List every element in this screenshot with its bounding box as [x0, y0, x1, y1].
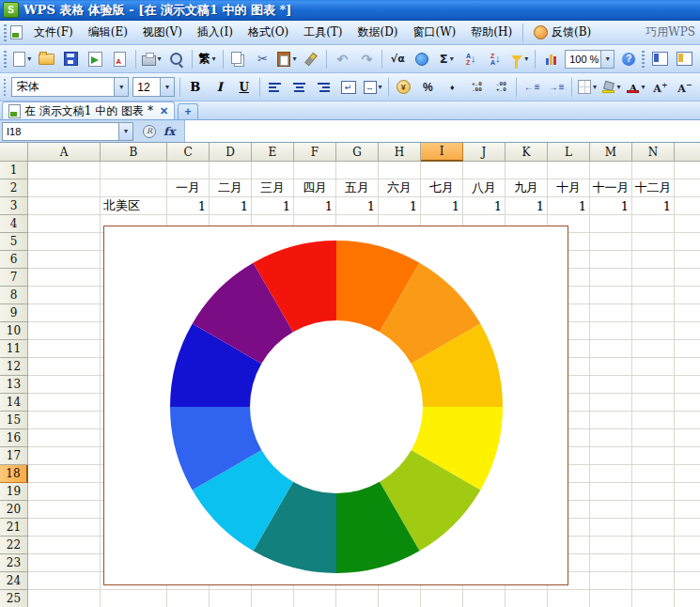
- menu-item[interactable]: 视图(V): [135, 22, 190, 43]
- cell-J25[interactable]: [463, 590, 506, 607]
- currency-style-button[interactable]: ¥: [392, 76, 414, 99]
- cell-L25[interactable]: [548, 590, 590, 607]
- cell-K25[interactable]: [506, 590, 548, 607]
- grow-font-button[interactable]: A+: [649, 76, 672, 99]
- increase-indent-button[interactable]: →≡: [545, 76, 568, 99]
- cell-A3[interactable]: [28, 197, 101, 215]
- new-tab-button[interactable]: +: [178, 103, 198, 119]
- cell-A20[interactable]: [28, 501, 101, 519]
- comma-style-button[interactable]: ♦: [441, 76, 463, 99]
- cell-I1[interactable]: [421, 162, 463, 179]
- cell-M4[interactable]: [590, 215, 632, 233]
- merge-dropdown-arrow[interactable]: ▾: [379, 83, 382, 91]
- merge-center-button[interactable]: ↔▾: [362, 76, 384, 99]
- cell-N25[interactable]: [632, 590, 675, 607]
- save-button[interactable]: [60, 48, 83, 70]
- row-header-24[interactable]: 24: [0, 572, 28, 590]
- borders-button[interactable]: ▾: [576, 76, 599, 99]
- cell-F25[interactable]: [294, 590, 336, 607]
- cell-N16[interactable]: [632, 429, 675, 447]
- paste-button[interactable]: ▾: [275, 48, 298, 70]
- print-preview-button[interactable]: [165, 48, 188, 70]
- new-document-button[interactable]: ▾: [11, 48, 34, 70]
- name-box-dropdown[interactable]: ▾: [118, 123, 132, 140]
- row-header-14[interactable]: 14: [0, 394, 28, 412]
- cell-J1[interactable]: [463, 162, 506, 179]
- decrease-indent-button[interactable]: ←≡: [521, 76, 543, 99]
- cell-A12[interactable]: [28, 358, 101, 376]
- cell-M6[interactable]: [590, 251, 632, 269]
- italic-button[interactable]: I: [209, 76, 231, 99]
- menu-item[interactable]: 文件(F): [26, 22, 81, 43]
- decrease-decimal-button[interactable]: .00+.0: [490, 76, 512, 99]
- column-header-M[interactable]: M: [590, 143, 632, 162]
- promo-text[interactable]: 巧用WPS: [646, 24, 697, 40]
- cell-D3[interactable]: 1: [210, 197, 252, 215]
- cell-E1[interactable]: [252, 162, 294, 179]
- cell-A25[interactable]: [28, 590, 101, 607]
- filter-dropdown-arrow[interactable]: ▾: [524, 54, 528, 63]
- cell-N10[interactable]: [632, 322, 675, 340]
- cell-A18[interactable]: [28, 465, 101, 483]
- cell-A19[interactable]: [28, 483, 101, 501]
- row-header-6[interactable]: 6: [0, 251, 28, 269]
- cell-M24[interactable]: [590, 572, 632, 590]
- row-header-3[interactable]: 3: [0, 197, 28, 215]
- cell-A11[interactable]: [28, 340, 101, 358]
- row-header-2[interactable]: 2: [0, 179, 28, 197]
- cell-N4[interactable]: [632, 215, 675, 233]
- insert-function-icon[interactable]: fx: [163, 125, 175, 138]
- paste-dropdown-arrow[interactable]: ▾: [292, 54, 296, 63]
- cell-M13[interactable]: [590, 376, 632, 394]
- cell-F1[interactable]: [294, 162, 336, 179]
- cell-H1[interactable]: [379, 162, 421, 179]
- cut-button[interactable]: ✂: [251, 48, 273, 70]
- cell-L3[interactable]: 1: [548, 197, 590, 215]
- cell-M18[interactable]: [590, 465, 632, 483]
- cell-M12[interactable]: [590, 358, 632, 376]
- row-header-25[interactable]: 25: [0, 590, 28, 607]
- convert-dropdown-arrow[interactable]: ▾: [212, 54, 216, 63]
- row-header-11[interactable]: 11: [0, 340, 28, 358]
- tab-close-icon[interactable]: ✕: [160, 105, 168, 117]
- cell-G1[interactable]: [336, 162, 379, 179]
- cell-N15[interactable]: [632, 412, 675, 429]
- cell-G25[interactable]: [336, 590, 379, 607]
- bold-button[interactable]: B: [184, 76, 207, 99]
- column-header-F[interactable]: F: [294, 143, 336, 162]
- cell-A24[interactable]: [28, 572, 101, 590]
- fill-color-button[interactable]: ▾: [600, 76, 623, 99]
- column-header-L[interactable]: L: [548, 143, 590, 162]
- cell-D1[interactable]: [210, 162, 252, 179]
- row-header-18[interactable]: 18: [0, 465, 28, 483]
- cell-K1[interactable]: [506, 162, 548, 179]
- insert-formula-button[interactable]: √α: [386, 48, 409, 70]
- cell-A5[interactable]: [28, 233, 101, 251]
- copy-button[interactable]: [226, 48, 249, 70]
- cell-A13[interactable]: [28, 376, 101, 394]
- cell-M20[interactable]: [590, 501, 632, 519]
- pdf-export-button[interactable]: [109, 48, 132, 70]
- cell-M25[interactable]: [590, 590, 632, 607]
- cell-I3[interactable]: 1: [421, 197, 463, 215]
- cell-N9[interactable]: [632, 304, 675, 322]
- hyperlink-button[interactable]: [411, 48, 433, 70]
- cell-J2[interactable]: 八月: [463, 179, 506, 197]
- cell-N24[interactable]: [632, 572, 675, 590]
- cell-N6[interactable]: [632, 251, 675, 269]
- cell-M7[interactable]: [590, 269, 632, 287]
- task-pane-button-1[interactable]: [649, 48, 672, 70]
- cell-A23[interactable]: [28, 554, 101, 572]
- cell-A16[interactable]: [28, 429, 101, 447]
- chinese-convert-button[interactable]: 繁▾: [196, 48, 219, 70]
- cell-N18[interactable]: [632, 465, 675, 483]
- cell-N21[interactable]: [632, 519, 675, 537]
- cell-F2[interactable]: 四月: [294, 179, 336, 197]
- formula-input[interactable]: [184, 120, 700, 142]
- cell-N2[interactable]: 十二月: [632, 179, 675, 197]
- cell-M8[interactable]: [590, 287, 632, 304]
- cell-N7[interactable]: [632, 269, 675, 287]
- wrap-text-button[interactable]: ↵: [337, 76, 360, 99]
- underline-button[interactable]: U: [233, 76, 256, 99]
- row-header-4[interactable]: 4: [0, 215, 28, 233]
